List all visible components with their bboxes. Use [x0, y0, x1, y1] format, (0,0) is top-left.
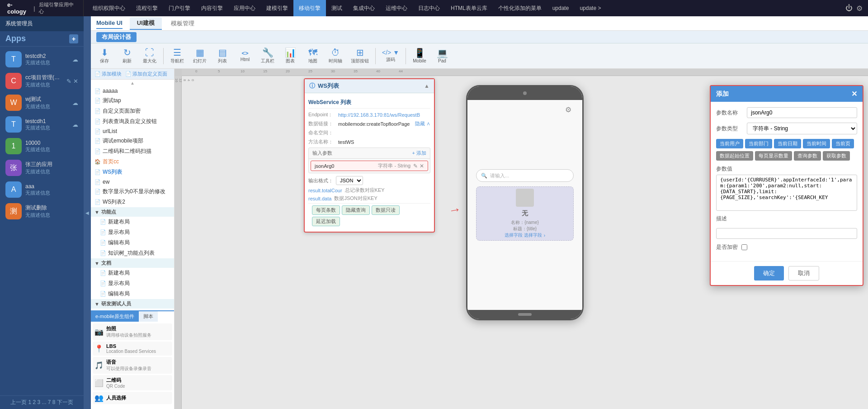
- app-item-10000[interactable]: 1 10000 无描述信息: [0, 135, 84, 157]
- phone-search-box[interactable]: 🔍 请输入...: [476, 169, 574, 182]
- tree-item-ws[interactable]: 📄 WS列表: [91, 167, 174, 177]
- ws-add-param-button[interactable]: + 添加: [412, 150, 426, 157]
- tree-item-list-query[interactable]: 📄 列表查询及自定义按钮: [91, 116, 174, 127]
- nav-item-log[interactable]: 日志中心: [413, 0, 445, 16]
- ws-param-edit-icon[interactable]: ✎: [413, 163, 418, 169]
- nav-item-update1[interactable]: update: [547, 0, 575, 16]
- app-item-zhang[interactable]: 张 张三的应用 无描述信息: [0, 157, 84, 179]
- tree-item-digit[interactable]: 📄 数字显示为0不显示的修改: [91, 186, 174, 197]
- dialog-param-value-textarea[interactable]: {userId:'{CURRUSER}'.appInterfaceId:'1',…: [716, 175, 857, 211]
- tree-show-layout-2[interactable]: 📄 显示布局: [91, 278, 174, 289]
- ws-output-select[interactable]: JSON: [336, 176, 363, 185]
- tree-item-ew[interactable]: 📄 ew: [91, 177, 174, 186]
- sidebar-collapse-button[interactable]: ◀: [84, 16, 91, 409]
- dialog-param-name-input[interactable]: [747, 107, 857, 118]
- tree-item-aaaaa[interactable]: 📄 aaaaa: [91, 86, 174, 95]
- app-item-wj[interactable]: W wj测试 无描述信息 ☁: [0, 92, 84, 114]
- section-functions[interactable]: ▼ 功能点: [91, 207, 174, 217]
- slideshow-button[interactable]: ▦ 幻灯片: [190, 46, 210, 66]
- app-item-aaa[interactable]: A aaa 无描述信息: [0, 179, 84, 200]
- nav-item-integrate[interactable]: 集成中心: [348, 0, 380, 16]
- top-button[interactable]: ⊞ 顶部按钮: [348, 46, 372, 66]
- add-module-button[interactable]: 📄 添加模块: [94, 71, 122, 77]
- tree-scroll-up[interactable]: ▲: [91, 80, 174, 86]
- sub-tab-template[interactable]: 模板管理: [164, 18, 202, 29]
- native-item-lbs[interactable]: 📍 LBS Location Based Services: [93, 342, 172, 356]
- tree-item-emobile[interactable]: 📄 调试emobile项部: [91, 136, 174, 146]
- dialog-param-type-select[interactable]: 字符串 - String: [747, 123, 857, 134]
- refresh-button[interactable]: ↻ 刷新: [117, 46, 137, 66]
- native-item-people[interactable]: 👥 人员选择: [93, 392, 172, 404]
- nav-item-custom[interactable]: 个性化添加的菜单: [493, 0, 547, 16]
- ws-scroll-up[interactable]: ▲: [424, 83, 429, 89]
- quick-btn-get-params[interactable]: 获取参数: [823, 151, 850, 161]
- edit-icon[interactable]: ✎: [66, 78, 71, 85]
- section-dev[interactable]: ▼ 研发测试人员: [91, 299, 174, 309]
- native-item-qr[interactable]: ⬜ 二维码 QR Code: [93, 375, 172, 390]
- tree-edit-layout-1[interactable]: 📄 编辑布局: [91, 238, 174, 248]
- tree-edit-layout-2[interactable]: 📄 编辑布局: [91, 289, 174, 299]
- dialog-desc-input[interactable]: [716, 228, 857, 239]
- pad-button[interactable]: 💻 Pad: [432, 47, 452, 65]
- nav-item-content[interactable]: 内容引擎: [196, 0, 228, 16]
- app-item-testcdh2[interactable]: T testcdh2 无描述信息 ☁: [0, 48, 84, 70]
- native-item-camera[interactable]: 📷 拍照 调用移动设备拍照服务: [93, 323, 172, 340]
- cloud-icon[interactable]: ☁: [72, 56, 78, 63]
- ws-param-delete-icon[interactable]: ✕: [420, 163, 424, 169]
- ws-footer-btn-1[interactable]: 每页条数: [312, 205, 340, 215]
- tree-new-layout-2[interactable]: 📄 新建布局: [91, 268, 174, 278]
- nav-item-org[interactable]: 组织权限中心: [87, 0, 131, 16]
- ws-hide-btn[interactable]: 隐藏 ∧: [415, 120, 430, 127]
- chart-button[interactable]: 📊 图表: [280, 46, 300, 66]
- source-button[interactable]: </> ▼ 源码: [379, 48, 402, 65]
- quick-btn-curr-page[interactable]: 当前页: [832, 139, 854, 148]
- app-item-delete-test[interactable]: 测 测试删除 无描述信息: [0, 200, 84, 222]
- tree-knowledge-list[interactable]: 📄 知识树_功能点列表: [91, 248, 174, 258]
- tree-scroll-down[interactable]: ▼: [91, 407, 174, 409]
- map-button[interactable]: 🗺 地图: [303, 46, 323, 66]
- mobile-ui-tab[interactable]: Mobile UI: [96, 18, 123, 29]
- nav-item-portal[interactable]: 门户引擎: [163, 0, 196, 16]
- tree-item-ws2[interactable]: 📄 WS列表2: [91, 197, 174, 207]
- app-item-cc[interactable]: C cc项目管理(勿操作) 无描述信息 ✎ ✕: [0, 70, 84, 92]
- phone-card[interactable]: 无 名称：{name} 标题：{title} 选择字段 选择字段 ›: [476, 186, 574, 241]
- dialog-close-button[interactable]: ✕: [851, 90, 857, 98]
- tree-item-urllist[interactable]: 📄 urlList: [91, 127, 174, 136]
- nav-item-test[interactable]: 测试: [326, 0, 348, 16]
- delete-icon[interactable]: ✕: [73, 78, 78, 85]
- quick-btn-curr-date[interactable]: 当前日期: [774, 139, 801, 148]
- script-tab[interactable]: 脚本: [139, 311, 158, 322]
- app-item-testcdh1[interactable]: T testcdh1 无描述信息 ☁: [0, 114, 84, 135]
- nav-item-ops[interactable]: 运维中心: [380, 0, 413, 16]
- nav-item-html[interactable]: HTML表单云库: [445, 0, 493, 16]
- quick-btn-data-start[interactable]: 数据起始位置: [716, 151, 753, 161]
- tree-item-custom-enc[interactable]: 📄 自定义页面加密: [91, 106, 174, 116]
- ws-footer-btn-4[interactable]: 延迟加载: [312, 217, 340, 226]
- timeline-button[interactable]: ⏱ 时间轴: [326, 46, 345, 66]
- html-button[interactable]: <> Html: [235, 48, 255, 64]
- native-tab[interactable]: e-mobile原生组件: [91, 311, 139, 322]
- tree-item-qrcode[interactable]: 📄 二维码和二维码扫描: [91, 146, 174, 157]
- list-button[interactable]: ▤ 列表: [212, 46, 232, 66]
- settings-icon[interactable]: ⚙: [856, 4, 863, 13]
- dialog-confirm-button[interactable]: 确定: [754, 266, 784, 281]
- maximize-button[interactable]: ⛶ 最大化: [140, 46, 160, 66]
- tree-item-homepage[interactable]: 🏠 首页cc: [91, 157, 174, 167]
- nav-item-model[interactable]: 建模引擎: [261, 0, 293, 16]
- quick-btn-curr-time[interactable]: 当前时间: [803, 139, 830, 148]
- toolbar-btn[interactable]: 🔧 工具栏: [258, 46, 278, 66]
- section-docs[interactable]: ▼ 文档: [91, 258, 174, 268]
- ws-footer-btn-3[interactable]: 数据只读: [372, 205, 400, 215]
- navbar-button[interactable]: ☰ 导航栏: [167, 46, 187, 66]
- ws-footer-btn-2[interactable]: 隐藏查询: [342, 205, 370, 215]
- quick-btn-curr-dept[interactable]: 当前部门: [745, 139, 772, 148]
- cloud-icon-wj[interactable]: ☁: [72, 100, 78, 106]
- quick-btn-page-size[interactable]: 每页显示数量: [755, 151, 792, 161]
- nav-item-update2[interactable]: update >: [574, 0, 606, 16]
- quick-btn-query-params[interactable]: 查询参数: [794, 151, 821, 161]
- nav-item-mobile[interactable]: 移动引擎: [293, 0, 326, 16]
- add-custom-page-button[interactable]: 📄 添加自定义页面: [125, 71, 167, 77]
- sub-tab-ui-model[interactable]: UI建模: [130, 17, 162, 30]
- cloud-icon-testcdh1[interactable]: ☁: [72, 121, 78, 128]
- nav-item-app[interactable]: 应用中心: [228, 0, 261, 16]
